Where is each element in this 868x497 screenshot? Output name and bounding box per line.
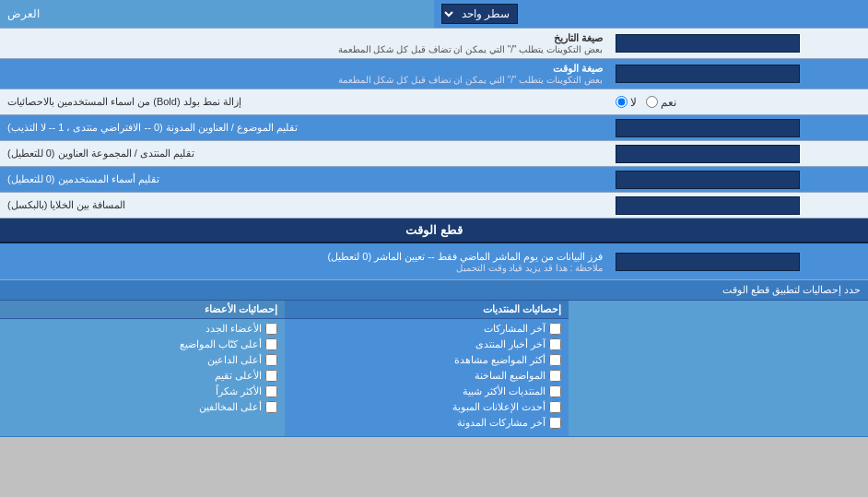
checkbox-hot-topics[interactable] <box>549 370 561 382</box>
row-display: سطر واحد العرض <box>0 0 868 29</box>
display-input-cell: سطر واحد <box>434 0 868 28</box>
col-member-checkboxes: الأعضاء الجدد أعلى كتّاب المواضيع أعلى ا… <box>0 319 285 420</box>
time-cutoff-input[interactable]: 0 <box>616 253 800 271</box>
date-input-cell: d-m <box>610 29 868 58</box>
col-forum-stats-header: إحصائيات المنتديات <box>285 301 569 319</box>
date-format-input[interactable]: d-m <box>616 34 800 53</box>
check-new-members: الأعضاء الجدد <box>7 323 277 335</box>
time-format-input[interactable]: H:i <box>616 65 800 83</box>
display-select[interactable]: سطر واحد <box>441 4 518 24</box>
row-forum-trim: 33 تقليم المنتدى / المجموعة العناوين (0 … <box>0 141 868 167</box>
time-cutoff-label: فرز البيانات من يوم الماشر الماضي فقط --… <box>0 243 610 279</box>
check-hot-topics: المواضيع الساخنة <box>292 370 562 382</box>
row-title-trim: 33 تقليم الموضوع / العناوين المدونة (0 -… <box>0 115 868 141</box>
row-cell-spacing: 2 المسافة بين الخلايا (بالبكسل) <box>0 193 868 219</box>
date-label: صيغة التاريخ بعض التكوينات يتطلب "/" الت… <box>0 29 610 58</box>
cell-spacing-label: المسافة بين الخلايا (بالبكسل) <box>0 193 610 218</box>
time-cutoff-section-header: قطع الوقت <box>0 219 868 243</box>
display-label: العرض <box>0 0 434 28</box>
cell-spacing-input[interactable]: 2 <box>616 196 800 215</box>
time-input-cell: H:i <box>610 59 868 89</box>
time-label: صيغة الوقت بعض التكوينات يتطلب "/" التي … <box>0 59 610 89</box>
checkbox-latest-posts[interactable] <box>549 323 561 335</box>
checkbox-blog-posts[interactable] <box>549 417 561 429</box>
checkbox-most-viewed[interactable] <box>549 354 561 366</box>
radio-yes-label: نعم <box>646 96 676 109</box>
col-member-stats-header: إحصائيات الأعضاء <box>0 301 285 319</box>
checkbox-top-violators[interactable] <box>265 401 277 413</box>
checkbox-latest-classifieds[interactable] <box>549 401 561 413</box>
checkbox-top-rated[interactable] <box>265 370 277 382</box>
title-trim-cell: 33 <box>610 115 868 140</box>
check-most-viewed: أكثر المواضيع مشاهدة <box>292 354 562 366</box>
forum-trim-input[interactable]: 33 <box>616 145 800 163</box>
bold-remove-label: إزالة نمط بولد (Bold) من اسماء المستخدمي… <box>0 89 610 114</box>
check-top-inviters: أعلى الداعين <box>7 354 277 366</box>
checkbox-top-inviters[interactable] <box>265 354 277 366</box>
checkboxes-area: إحصائيات المنتديات آخر المشاركات آخر أخب… <box>0 301 868 437</box>
row-time-format: H:i صيغة الوقت بعض التكوينات يتطلب "/" ا… <box>0 59 868 89</box>
empty-left <box>569 301 868 436</box>
col-forum-stats: إحصائيات المنتديات آخر المشاركات آخر أخب… <box>285 301 569 436</box>
radio-yes[interactable] <box>646 96 658 108</box>
check-forum-news: آخر أخبار المنتدى <box>292 338 562 350</box>
stats-cutoff-label: حدد إحصاليات لتطبيق قطع الوقت <box>0 280 868 301</box>
check-top-posters: أعلى كتّاب المواضيع <box>7 338 277 350</box>
bold-radio-cell: نعم لا <box>610 89 868 114</box>
title-trim-label: تقليم الموضوع / العناوين المدونة (0 -- ا… <box>0 115 610 140</box>
check-most-like-forums: المنتديات الأكثر شبية <box>292 385 562 397</box>
radio-no-label: لا <box>616 96 637 109</box>
cell-spacing-cell: 2 <box>610 193 868 218</box>
checkbox-new-members[interactable] <box>265 323 277 335</box>
col-forum-checkboxes: آخر المشاركات آخر أخبار المنتدى أكثر الم… <box>285 319 569 436</box>
radio-no[interactable] <box>616 96 628 108</box>
check-most-thanks: الأكثر شكراً <box>7 385 277 397</box>
check-top-violators: أعلى المخالفين <box>7 401 277 413</box>
checkbox-most-like-forums[interactable] <box>549 385 561 397</box>
forum-trim-label: تقليم المنتدى / المجموعة العناوين (0 للت… <box>0 141 610 166</box>
checkbox-top-posters[interactable] <box>265 338 277 350</box>
user-trim-label: تقليم أسماء المستخدمين (0 للتعطيل) <box>0 167 610 192</box>
col-member-stats: إحصائيات الأعضاء الأعضاء الجدد أعلى كتّا… <box>0 301 285 436</box>
check-blog-posts: آخر مشاركات المدونة <box>292 417 562 429</box>
row-user-trim: 0 تقليم أسماء المستخدمين (0 للتعطيل) <box>0 167 868 193</box>
title-trim-input[interactable]: 33 <box>616 119 800 137</box>
user-trim-cell: 0 <box>610 167 868 192</box>
check-latest-classifieds: أحدث الإعلانات المبوبة <box>292 401 562 413</box>
checkbox-most-thanks[interactable] <box>265 385 277 397</box>
forum-trim-cell: 33 <box>610 141 868 166</box>
time-cutoff-input-cell: 0 <box>610 243 868 279</box>
check-latest-posts: آخر المشاركات <box>292 323 562 335</box>
checkbox-forum-news[interactable] <box>549 338 561 350</box>
row-date-format: d-m صيغة التاريخ بعض التكوينات يتطلب "/"… <box>0 29 868 59</box>
row-bold-remove: نعم لا إزالة نمط بولد (Bold) من اسماء ال… <box>0 89 868 115</box>
check-top-rated: الأعلى تقيم <box>7 370 277 382</box>
row-time-cutoff-filter: 0 فرز البيانات من يوم الماشر الماضي فقط … <box>0 243 868 280</box>
user-trim-input[interactable]: 0 <box>616 171 800 189</box>
